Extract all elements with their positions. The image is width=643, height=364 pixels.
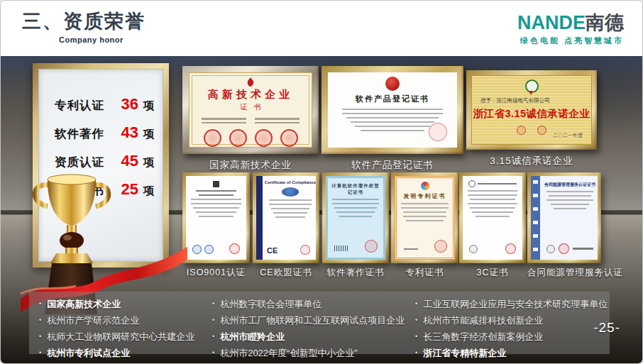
green-emblem-icon (525, 79, 539, 93)
stat-value: 43 (114, 123, 138, 142)
certificate-software-copyright: 计算机软件著作权登记证书 软件著作证书 (322, 172, 389, 279)
certificate-caption: 软件著作证书 (322, 267, 389, 279)
page-subtitle: Company honor (59, 35, 123, 44)
stat-unit: 项 (143, 99, 155, 114)
page-number: -25- (593, 320, 620, 336)
stat-value: 36 (114, 95, 138, 114)
certificate-315-integrity: 授予：浙江南德电气有限公司 浙江省3.15诚信承诺企业 二〇二一年度 3.15诚… (466, 70, 597, 167)
presentation-slide: 三、资质荣誉 Company honor NANDE南德 绿色电能 点亮智慧城市… (0, 0, 643, 364)
certificate-paper: 计算机软件著作权登记证书 (326, 176, 385, 260)
honor-item: 杭州数字联合会理事单位 (212, 297, 405, 313)
certificate-doc-subtitle: 证书 (234, 102, 268, 112)
honor-text: 杭州市专利试点企业 (47, 348, 130, 358)
certificate-frame: 授予：浙江南德电气有限公司 浙江省3.15诚信承诺企业 二〇二一年度 (466, 70, 597, 150)
cec-logo-icon (546, 245, 555, 253)
honors-panel: 国家高新技术企业 杭州市产学研示范企业 杭师大工业物联网研究中心共建企业 杭州市… (29, 292, 610, 354)
cqc-logo-icon (469, 245, 478, 253)
stat-label: 软件著作 (55, 126, 114, 142)
logo-tagline: 绿色电能 点亮智慧城市 (517, 35, 624, 46)
certificate-doc-title: 高新技术企业 (208, 88, 293, 101)
certificate-iso9001: ISO9001认证 (182, 172, 250, 279)
honor-text: 杭州数字联合会理事单位 (220, 299, 322, 309)
logo-cjk-text: 南德 (586, 12, 624, 33)
blue-sidebar-cec (531, 176, 540, 260)
signature-line (404, 248, 418, 250)
honor-text: 杭州市节能减排科技创新企业 (423, 315, 543, 326)
certificate-paper: 高新技术企业 证书 (189, 72, 312, 148)
page-title: 三、资质荣誉 (22, 9, 145, 34)
trophy-collar (65, 248, 78, 253)
certificate-software-product: 软件产品登记证书 软件产品登记证书 (322, 66, 463, 172)
ccc-logo-icon (468, 180, 476, 187)
honor-item: 国家高新技术企业 (39, 297, 194, 313)
flame-logo-icon (246, 77, 255, 87)
logo-latin-text: NANDE (517, 12, 586, 33)
honor-item: 杭州市节能减排科技创新企业 (415, 313, 608, 329)
trophy-knop (60, 232, 84, 249)
honor-item: 杭州市瞪羚企业 (212, 329, 405, 346)
stat-label: 专利认证 (55, 98, 114, 114)
certificate-doc-title: 合同能源管理服务认证证书 (542, 182, 598, 188)
cert-footer (546, 243, 593, 254)
honor-item: 工业互联网企业应用与安全技术研究理事单位 (415, 297, 608, 313)
certificate-patent: 发明专利证书 专利证书 (391, 172, 458, 279)
honor-item: 浙江省专精特新企业 (415, 346, 608, 362)
certificate-paper: Certificate of Compliance CE (256, 176, 316, 260)
certificate-paper: 软件产品登记证书 (328, 72, 457, 148)
plaque-year: 二〇二一年度 (553, 132, 583, 139)
certificate-doc-title: 发明专利证书 (397, 192, 453, 200)
certificate-caption: CE欧盟证书 (253, 267, 319, 279)
certificate-ce: Certificate of Compliance CE CE欧盟证书 (253, 172, 319, 279)
patent-emblem-icon (421, 182, 429, 190)
certificate-caption: 3.15诚信承诺企业 (466, 155, 597, 167)
certificate-paper: 合同能源管理服务认证证书 (531, 176, 598, 260)
trophy-rim (48, 175, 96, 184)
ce-mark: CE (267, 246, 277, 255)
plaque-stamps (517, 126, 546, 135)
certificate-doc-title: 计算机软件著作权登记证书 (331, 183, 380, 196)
certificate-frame: 软件产品登记证书 (322, 66, 463, 154)
certificate-paper (186, 176, 246, 260)
honors-column-2: 杭州数字联合会理事单位 杭州市工厂物联网和工业互联网试点项目企业 杭州市瞪羚企业… (212, 297, 405, 362)
certificate-frame: 合同能源管理服务认证证书 (527, 172, 601, 263)
certificate-caption: ISO9001认证 (182, 267, 250, 279)
honor-text: 工业互联网企业应用与安全技术研究理事单位 (423, 299, 608, 309)
honor-item: 杭州市2022年度“创新型中小企业” (212, 346, 405, 362)
honors-column-1: 国家高新技术企业 杭州市产学研示范企业 杭师大工业物联网研究中心共建企业 杭州市… (39, 297, 194, 362)
iaf-logo-icon (192, 245, 202, 254)
red-stamp (434, 240, 447, 253)
certificate-national-hightech: 高新技术企业 证书 国家高新技术企业 (182, 66, 319, 172)
red-stamp (300, 245, 310, 255)
certificate-frame: Certificate of Compliance CE (253, 172, 319, 263)
trophy-base (50, 253, 93, 263)
honor-text: 杭州市2022年度“创新型中小企业” (220, 348, 358, 358)
blue-sidebar (256, 176, 263, 260)
red-stamp (365, 240, 378, 253)
honor-item: 杭师大工业物联网研究中心共建企业 (39, 329, 194, 346)
certificate-3c: 3C证书 (459, 172, 526, 279)
certificate-caption: 3C证书 (459, 267, 526, 279)
trophy-bowl (48, 180, 96, 226)
certificate-caption: 软件产品登记证书 (322, 159, 463, 172)
trophy-knop-highlight (63, 235, 72, 241)
plaque-face: 授予：浙江南德电气有限公司 浙江省3.15诚信承诺企业 二〇二一年度 (471, 75, 592, 145)
national-emblem-icon (385, 77, 400, 91)
certificate-body-lines (202, 116, 299, 123)
certificate-doc-title: 软件产品登记证书 (356, 94, 429, 104)
honor-text: 长三角数字经济创新案例企业 (423, 331, 543, 342)
honor-item: 长三角数字经济创新案例企业 (415, 329, 608, 346)
award-line: 授予：浙江南德电气有限公司 (480, 97, 550, 104)
certificate-frame: 计算机软件著作权登记证书 (322, 172, 389, 263)
cnas-logo-icon (204, 245, 214, 254)
honor-item: 杭州市产学研示范企业 (39, 313, 194, 329)
certificate-paper (463, 176, 522, 260)
cert-footer (469, 243, 516, 254)
honor-text: 杭师大工业物联网研究中心共建企业 (47, 331, 194, 342)
blue-oval-emblem (282, 187, 299, 197)
red-stamp (229, 243, 240, 254)
certificate-frame (182, 172, 250, 263)
certificate-caption: 合同能源管理服务认证 (527, 267, 601, 279)
barcode (334, 246, 348, 251)
slide-header: 三、资质荣誉 Company honor NANDE南德 绿色电能 点亮智慧城市 (1, 1, 642, 56)
stat-unit: 项 (143, 127, 155, 142)
